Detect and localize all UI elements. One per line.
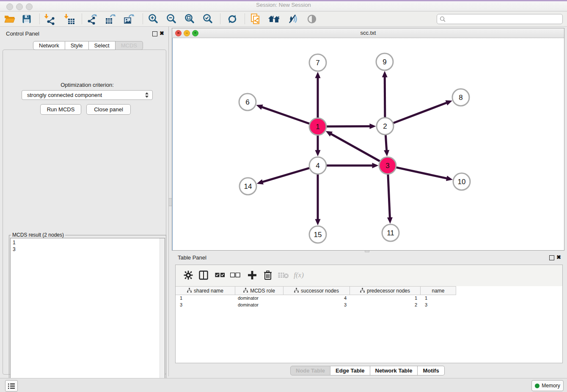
- table-cell: 3: [176, 302, 235, 307]
- table-header-row[interactable]: shared nameMCDS rolesuccessor nodesprede…: [176, 286, 456, 295]
- network-view-window: ✕ − + scc.txt 7968124314101511: [172, 28, 564, 251]
- import-network-icon[interactable]: [43, 12, 57, 25]
- export-image-icon[interactable]: [122, 12, 136, 25]
- tab-select[interactable]: Select: [89, 41, 116, 50]
- column-header-successor-nodes[interactable]: successor nodes: [284, 287, 350, 295]
- delete-column-icon[interactable]: [261, 269, 274, 282]
- add-column-icon[interactable]: [246, 269, 259, 282]
- column-header-label: predecessor nodes: [367, 288, 410, 294]
- zoom-in-icon[interactable]: [146, 12, 160, 25]
- column-layout-icon[interactable]: [197, 269, 210, 282]
- close-table-panel-icon[interactable]: ✖: [556, 255, 561, 260]
- graph-edge-1-6[interactable]: [256, 105, 309, 124]
- graph-edge-3-1[interactable]: [326, 131, 380, 161]
- table-cell: dominator: [235, 302, 284, 307]
- table-row[interactable]: 3dominator323: [176, 301, 562, 308]
- apply-function-icon[interactable]: f(x): [292, 269, 305, 282]
- graph-edge-1-2[interactable]: [326, 124, 376, 129]
- graph-edge-1-4[interactable]: [315, 135, 321, 157]
- home-icon[interactable]: [267, 12, 281, 25]
- column-attribute-icon: [294, 288, 299, 294]
- hide-graphics-details-icon[interactable]: [286, 12, 300, 25]
- run-mcds-button[interactable]: Run MCDS: [40, 104, 81, 115]
- graph-edge-4-14[interactable]: [257, 168, 310, 185]
- tab-motifs[interactable]: Motifs: [418, 366, 444, 375]
- search-box[interactable]: [437, 14, 563, 24]
- graph-edge-2-3[interactable]: [384, 135, 389, 156]
- float-table-panel-icon[interactable]: [549, 255, 554, 260]
- graph-edge-4-3[interactable]: [327, 163, 379, 168]
- graph-node-11[interactable]: 11: [382, 224, 399, 241]
- graph-edge-2-8[interactable]: [393, 100, 452, 123]
- tab-style[interactable]: Style: [65, 41, 89, 50]
- graph-node-6[interactable]: 6: [239, 94, 256, 110]
- table-toolbar: f(x): [176, 265, 562, 286]
- zoom-selected-icon[interactable]: [201, 12, 215, 25]
- select-all-rows-icon[interactable]: [214, 269, 226, 282]
- memory-status-dot: [535, 384, 539, 388]
- network-canvas[interactable]: 7968124314101511: [172, 38, 564, 250]
- table-cell: 1: [176, 295, 235, 301]
- network-window-titlebar[interactable]: ✕ − + scc.txt: [172, 28, 564, 38]
- status-bar: Memory: [0, 378, 567, 392]
- tab-network-table[interactable]: Network Table: [370, 366, 418, 375]
- table-cell: 3: [421, 302, 456, 307]
- save-session-icon[interactable]: [19, 12, 34, 25]
- graph-edge-1-7[interactable]: [315, 72, 321, 118]
- table-cell: 2: [350, 302, 421, 307]
- graph-node-1[interactable]: 1: [309, 118, 326, 135]
- import-table-icon[interactable]: [63, 12, 77, 25]
- graph-node-2[interactable]: 2: [377, 118, 394, 135]
- refresh-icon[interactable]: [225, 12, 239, 25]
- graph-node-15[interactable]: 15: [309, 226, 326, 243]
- optimization-criterion-label: Optimization criterion:: [3, 82, 171, 88]
- deselect-all-rows-icon[interactable]: [229, 269, 242, 282]
- column-header-name[interactable]: name: [421, 287, 456, 295]
- optimization-select[interactable]: strongly connected component: [22, 90, 153, 100]
- graph-node-8[interactable]: 8: [452, 89, 469, 106]
- table-settings-gear-icon[interactable]: [182, 269, 195, 282]
- column-header-MCDS-role[interactable]: MCDS role: [235, 287, 284, 295]
- graph-node-label: 8: [459, 94, 462, 102]
- search-input[interactable]: [447, 16, 562, 22]
- toolbar-separator: [143, 14, 143, 24]
- graph-node-14[interactable]: 14: [239, 178, 256, 195]
- delete-table-icon[interactable]: [277, 269, 290, 282]
- graph-node-9[interactable]: 9: [376, 53, 393, 70]
- graph-edge-2-9[interactable]: [382, 71, 388, 117]
- column-header-predecessor-nodes[interactable]: predecessor nodes: [350, 287, 421, 295]
- show-graphics-details-icon[interactable]: [305, 12, 319, 25]
- toolbar-separator: [82, 14, 82, 24]
- memory-button[interactable]: Memory: [531, 380, 564, 391]
- mcds-result-box[interactable]: 1 3: [10, 238, 165, 392]
- graph-node-4[interactable]: 4: [309, 157, 326, 174]
- table-panel-tabs: Node Table Edge Table Network Table Moti…: [290, 366, 445, 375]
- float-panel-icon[interactable]: [152, 31, 157, 36]
- task-history-button[interactable]: [5, 380, 18, 392]
- column-header-label: shared name: [194, 288, 223, 294]
- graph-node-10[interactable]: 10: [453, 173, 470, 190]
- tab-edge-table[interactable]: Edge Table: [330, 366, 370, 375]
- open-session-icon[interactable]: [2, 12, 17, 25]
- column-header-shared-name[interactable]: shared name: [176, 287, 235, 295]
- result-scrollbar[interactable]: [160, 238, 165, 392]
- graph-edge-3-11[interactable]: [387, 174, 393, 224]
- zoom-fit-icon[interactable]: [182, 12, 197, 25]
- table-cell: 1: [421, 295, 456, 301]
- tab-network[interactable]: Network: [33, 41, 65, 50]
- search-icon: [440, 16, 446, 22]
- tab-node-table[interactable]: Node Table: [290, 366, 330, 375]
- graph-node-3[interactable]: 3: [379, 157, 396, 174]
- tab-mcds[interactable]: MCDS: [116, 41, 143, 50]
- export-table-icon[interactable]: [103, 12, 118, 25]
- table-row[interactable]: 1dominator411: [176, 295, 562, 301]
- graph-edge-3-10[interactable]: [396, 167, 453, 181]
- duplicate-network-icon[interactable]: [248, 12, 263, 25]
- graph-node-label: 3: [385, 162, 389, 170]
- graph-edge-4-15[interactable]: [315, 174, 321, 226]
- close-panel-icon[interactable]: ✖: [160, 31, 164, 36]
- close-panel-button[interactable]: Close panel: [86, 104, 131, 115]
- export-network-icon[interactable]: [85, 12, 99, 25]
- zoom-out-icon[interactable]: [164, 12, 179, 25]
- graph-node-7[interactable]: 7: [309, 54, 326, 71]
